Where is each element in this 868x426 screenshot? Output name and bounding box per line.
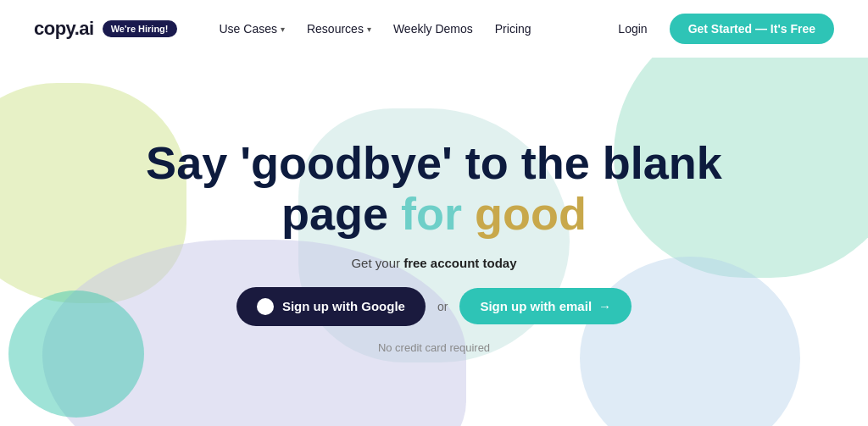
headline-line1: Say 'goodbye' to the blank — [146, 137, 722, 188]
nav-links: Use Cases ▾ Resources ▾ Weekly Demos Pri… — [211, 17, 610, 41]
navbar: copy.ai We're Hiring! Use Cases ▾ Resour… — [0, 0, 868, 58]
login-button[interactable]: Login — [609, 17, 655, 41]
chevron-down-icon: ▾ — [281, 25, 285, 34]
nav-use-cases-label: Use Cases — [220, 22, 277, 36]
hiring-badge[interactable]: We're Hiring! — [103, 20, 177, 37]
nav-pricing[interactable]: Pricing — [487, 17, 540, 41]
email-btn-label: Sign up with email — [480, 299, 592, 313]
headline-for: for — [401, 188, 475, 239]
no-credit-note: No credit card required — [378, 341, 490, 354]
nav-resources[interactable]: Resources ▾ — [298, 17, 380, 41]
hero-content: Say 'goodbye' to the blank page for good… — [146, 138, 722, 354]
bg-blob-teal-left — [8, 290, 144, 418]
logo: copy.ai — [34, 18, 94, 40]
nav-pricing-label: Pricing — [495, 22, 531, 36]
hero-section: Say 'goodbye' to the blank page for good… — [0, 58, 868, 426]
headline-line2: page for good — [146, 189, 722, 239]
nav-use-cases[interactable]: Use Cases ▾ — [211, 17, 293, 41]
nav-actions: Login Get Started — It's Free — [609, 14, 834, 44]
nav-resources-label: Resources — [307, 22, 364, 36]
nav-weekly-demos[interactable]: Weekly Demos — [385, 17, 481, 41]
google-btn-label: Sign up with Google — [282, 299, 405, 313]
headline-page: page — [281, 188, 401, 239]
hero-subtitle: Get your free account today — [351, 256, 516, 270]
email-signup-button[interactable]: Sign up with email → — [459, 288, 632, 324]
chevron-down-icon: ▾ — [367, 25, 371, 34]
google-icon: G — [257, 298, 274, 315]
nav-brand: copy.ai We're Hiring! — [34, 18, 177, 40]
subtitle-bold: free account today — [403, 256, 516, 270]
headline-good: good — [475, 188, 587, 239]
cta-row: G Sign up with Google or Sign up with em… — [236, 287, 632, 326]
nav-weekly-demos-label: Weekly Demos — [393, 22, 473, 36]
google-signup-button[interactable]: G Sign up with Google — [236, 287, 426, 326]
subtitle-pre: Get your — [351, 256, 403, 270]
or-divider: or — [437, 300, 448, 313]
arrow-icon: → — [598, 299, 611, 313]
hero-headline: Say 'goodbye' to the blank page for good — [146, 138, 722, 239]
get-started-button[interactable]: Get Started — It's Free — [670, 14, 834, 44]
